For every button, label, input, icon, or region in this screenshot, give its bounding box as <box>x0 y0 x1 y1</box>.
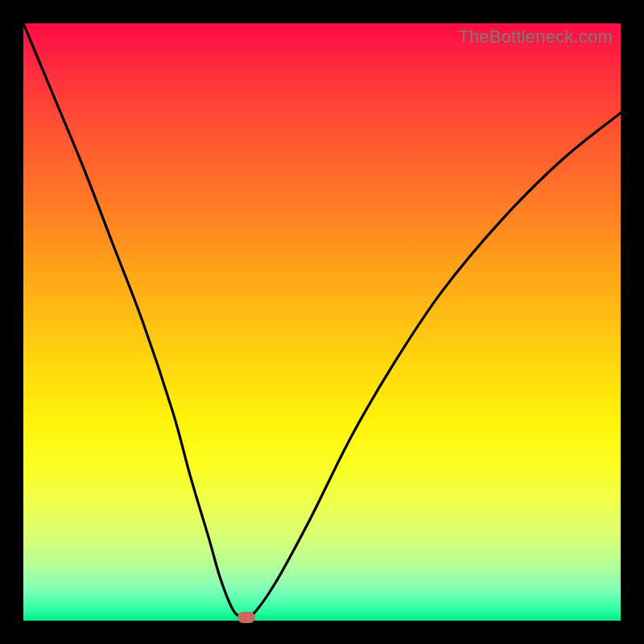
bottleneck-curve <box>23 23 621 621</box>
optimum-marker <box>237 612 255 623</box>
chart-frame: TheBottleneck.com <box>0 0 644 644</box>
plot-area: TheBottleneck.com <box>23 23 621 621</box>
